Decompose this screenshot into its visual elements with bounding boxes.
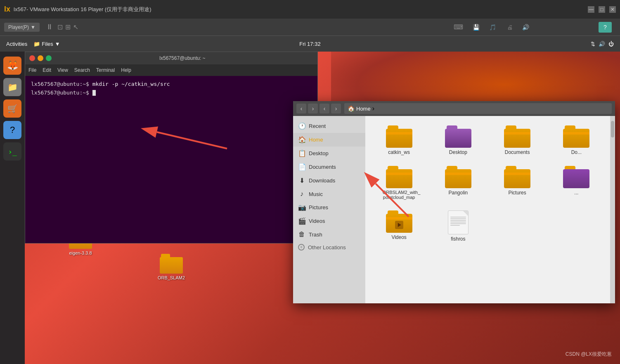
- orbslam2-folder-icon: [386, 166, 412, 188]
- network-icon[interactable]: ⇅: [591, 41, 595, 47]
- recent-icon: 🕐: [298, 122, 305, 130]
- sidebar-trash-label: Trash: [309, 232, 322, 238]
- close-button[interactable]: ✕: [609, 6, 616, 13]
- sidebar-item-desktop[interactable]: 📋 Desktop: [293, 147, 365, 160]
- fm-item-catkin-ws[interactable]: catkin_ws: [372, 122, 426, 158]
- terminal-dock-icon[interactable]: ›_: [3, 142, 21, 161]
- system-tray: ⇅ 🔊 ⏻: [591, 41, 614, 47]
- fm-item-pangolin[interactable]: Pangolin: [431, 163, 485, 203]
- terminal-min-btn[interactable]: [38, 55, 43, 61]
- sidebar-item-videos[interactable]: 🎬 Videos: [293, 214, 365, 228]
- terminal-edit-menu[interactable]: Edit: [43, 67, 51, 73]
- fishros-file-icon: [448, 210, 469, 234]
- dock: 🦊 📁 🛒 ? ›_: [0, 52, 25, 364]
- dropdown-arrow: ▼: [31, 24, 35, 30]
- fm-left-button[interactable]: ‹: [319, 104, 329, 113]
- file-line: [450, 220, 466, 221]
- pictures-sidebar-icon: 📷: [298, 203, 305, 211]
- file-line: [450, 217, 466, 217]
- fm-scroll-thumb[interactable]: [611, 121, 614, 137]
- sidebar-item-recent[interactable]: 🕐 Recent: [293, 119, 365, 133]
- fm-item-partial[interactable]: ...: [549, 163, 604, 203]
- pictures-label: Pictures: [508, 190, 526, 196]
- fm-right-button[interactable]: ›: [331, 104, 341, 113]
- folder-body: [386, 129, 412, 148]
- orbslam2-label: ORBSLAM2_with_pointcloud_map: [383, 190, 416, 200]
- fm-item-pictures[interactable]: Pictures: [490, 163, 545, 203]
- terminal-file-menu[interactable]: File: [28, 67, 36, 73]
- file-lines: [450, 217, 466, 226]
- fm-forward-button[interactable]: ›: [308, 104, 318, 113]
- fm-nav-buttons: ‹ › ‹ ›: [296, 104, 341, 113]
- folder-body-do: [563, 129, 589, 148]
- maximize-button[interactable]: □: [599, 6, 605, 13]
- help-dock-icon[interactable]: ?: [3, 121, 21, 139]
- watermark: CSDN @LX很爱吃葱: [566, 351, 612, 358]
- sidebar-documents-label: Documents: [309, 164, 336, 170]
- terminal-search-menu[interactable]: Search: [74, 67, 90, 73]
- sidebar-item-documents[interactable]: 📄 Documents: [293, 160, 365, 174]
- sidebar-other-locations[interactable]: + Other Locations: [293, 241, 365, 253]
- fm-item-do-partial[interactable]: Do...: [549, 122, 604, 158]
- files-menu[interactable]: 📁 Files ▼: [33, 41, 60, 47]
- fm-home-icon: 🏠: [348, 105, 355, 112]
- fm-back-button[interactable]: ‹: [296, 104, 306, 113]
- print-icon[interactable]: 🖨: [507, 24, 513, 31]
- ubuntu-topbar: Activities 📁 Files ▼ Fri 17:32 ⇅ 🔊 ⏻: [0, 36, 620, 52]
- cursor-icon[interactable]: ↖: [73, 23, 78, 31]
- firefox-icon[interactable]: 🦊: [3, 57, 21, 75]
- speaker-icon[interactable]: 🔊: [522, 24, 529, 31]
- terminal-help-menu[interactable]: Help: [121, 67, 131, 73]
- folder-body-vid: [386, 214, 412, 233]
- terminal-prompt-2: lx567567@ubuntu:~$: [31, 90, 92, 96]
- speaker-systray-icon[interactable]: 🔊: [599, 41, 605, 47]
- fm-path-bar: 🏠 Home ›: [344, 103, 612, 114]
- terminal-title: lx567567@ubuntu: ~: [52, 55, 313, 61]
- files-dock-icon[interactable]: 📁: [3, 78, 21, 96]
- minimize-button[interactable]: —: [588, 6, 594, 13]
- fm-scrollbar[interactable]: [610, 116, 615, 303]
- terminal-terminal-menu[interactable]: Terminal: [96, 67, 115, 73]
- stretch-icon[interactable]: ⊞: [65, 23, 71, 31]
- catkin-ws-label: catkin_ws: [388, 149, 410, 155]
- folder-stripe-vid: [386, 217, 412, 220]
- sidebar-item-home[interactable]: 🏠 Home: [293, 133, 365, 147]
- orbslam2-desktop-icon[interactable]: ORB_SLAM2: [153, 254, 190, 280]
- videos-content-label: Videos: [391, 234, 406, 240]
- fm-path-arrow: ›: [372, 105, 374, 112]
- files-dropdown-icon: ▼: [55, 41, 60, 47]
- do-partial-folder-icon: [563, 125, 589, 148]
- appstore-icon[interactable]: 🛒: [3, 99, 21, 118]
- sidebar-item-music[interactable]: ♪ Music: [293, 187, 365, 201]
- fm-item-orbslam2[interactable]: ORBSLAM2_with_pointcloud_map: [372, 163, 426, 203]
- fm-item-videos[interactable]: Videos: [372, 207, 426, 245]
- pause-icon[interactable]: ⏸: [46, 23, 53, 31]
- desktop-label: Desktop: [449, 149, 467, 155]
- sidebar-item-pictures[interactable]: 📷 Pictures: [293, 201, 365, 214]
- send-ctrl-alt-icon[interactable]: ⌨: [454, 23, 463, 31]
- power-systray-icon[interactable]: ⏻: [608, 41, 614, 47]
- sidebar-other-label: Other Locations: [308, 244, 346, 251]
- video-overlay-icon: [395, 221, 403, 229]
- terminal-max-btn[interactable]: [46, 55, 52, 61]
- removable-devices-icon[interactable]: 💾: [473, 24, 480, 31]
- help-icon[interactable]: ?: [599, 22, 612, 33]
- player-menu-button[interactable]: Player(P) ▼: [4, 23, 40, 32]
- terminal-view-menu[interactable]: View: [57, 67, 68, 73]
- terminal-close-btn[interactable]: [29, 55, 35, 61]
- music-sidebar-icon: ♪: [298, 190, 305, 198]
- sidebar-item-trash[interactable]: 🗑 Trash: [293, 228, 365, 241]
- sidebar-item-downloads[interactable]: ⬇ Downloads: [293, 174, 365, 187]
- fit-guest-icon[interactable]: ⊡: [57, 23, 63, 31]
- music-icon[interactable]: 🎵: [489, 24, 496, 31]
- terminal-line-1: lx567567@ubuntu:~$ mkdir -p ~/catkin_ws/…: [31, 80, 312, 89]
- activities-button[interactable]: Activities: [6, 41, 27, 47]
- file-line: [450, 218, 466, 219]
- fm-item-fishros[interactable]: fishros: [431, 207, 485, 245]
- fm-item-documents[interactable]: Documents: [490, 122, 545, 158]
- fm-item-desktop[interactable]: Desktop: [431, 122, 485, 158]
- partial-label: ...: [574, 190, 578, 196]
- sidebar-home-label: Home: [309, 137, 323, 143]
- do-partial-label: Do...: [571, 149, 582, 155]
- terminal-cmd-1: mkdir -p ~/catkin_ws/src: [92, 81, 170, 87]
